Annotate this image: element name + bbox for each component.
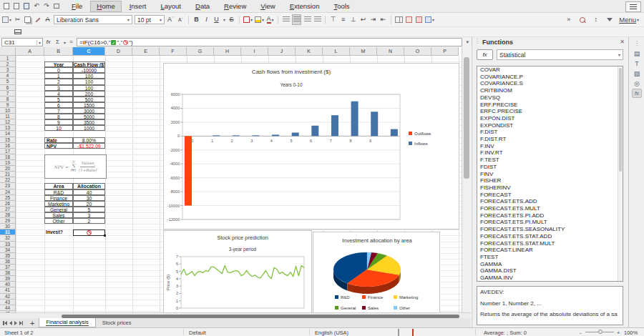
function-list-item[interactable]: FORECAST <box>477 192 623 199</box>
cell-B7[interactable]: 4 <box>44 91 73 97</box>
function-list[interactable]: COVARCOVARIANCE.PCOVARIANCE.SCRITBINOMDE… <box>477 66 623 282</box>
save-icon[interactable] <box>23 3 30 10</box>
row-header-34[interactable]: 34 <box>0 247 16 253</box>
cell-B25[interactable]: Finance <box>44 195 73 201</box>
number-format-decimal-icon[interactable]: ▾ <box>425 15 434 24</box>
row-header-36[interactable]: 36 <box>0 259 16 265</box>
row-header-10[interactable]: 10 <box>0 108 16 114</box>
function-list-item[interactable]: F.INV <box>477 143 623 150</box>
menu-button[interactable]: Menu ▾ <box>619 15 639 24</box>
function-list-item[interactable]: EXPONDIST <box>477 122 623 129</box>
menu-tab-view[interactable]: View <box>254 1 281 12</box>
menu-tab-insert[interactable]: Insert <box>123 1 153 12</box>
function-category-combo[interactable]: Statistical ▾ <box>497 49 623 60</box>
zoom-slider-knob[interactable] <box>598 330 602 334</box>
horizontal-scrollbar[interactable] <box>0 312 471 318</box>
row-header-6[interactable]: 6 <box>0 85 16 91</box>
cell-C26[interactable]: 20 <box>73 201 105 207</box>
zoom-percent[interactable]: 100% <box>624 330 638 336</box>
row-header-42[interactable]: 42 <box>0 294 16 300</box>
row-header-21[interactable]: 21 <box>0 172 16 177</box>
increase-indent-icon[interactable]: ⇥ <box>369 15 377 24</box>
underline-icon[interactable]: U <box>213 15 220 24</box>
cell-C2[interactable]: Cash Flow ($) <box>73 61 105 67</box>
invest-label-cell[interactable]: Invest? <box>44 229 73 235</box>
cell-C13[interactable]: 1000 <box>73 125 105 131</box>
cell-C25[interactable]: 30 <box>73 195 105 201</box>
font-name-combo[interactable]: Liberation Sans▾ <box>54 15 132 24</box>
function-list-item[interactable]: FDIST <box>477 164 623 171</box>
function-list-item[interactable]: DEVSQ <box>477 94 623 102</box>
cell-C12[interactable]: 3500 <box>73 119 105 125</box>
column-header-E[interactable]: E <box>132 47 160 56</box>
cell-B23[interactable]: Area <box>44 183 73 189</box>
cell-C6[interactable]: 100 <box>73 85 105 91</box>
sum-dropdown-icon[interactable]: ▾ <box>64 40 66 45</box>
row-header-5[interactable]: 5 <box>0 79 16 84</box>
wrap-text-icon[interactable]: ↩ <box>359 15 367 24</box>
column-header-D[interactable]: D <box>105 47 132 56</box>
function-list-item[interactable]: F.DIST <box>477 129 623 136</box>
next-sheet-icon[interactable] <box>14 321 17 325</box>
number-format-currency-icon[interactable] <box>405 15 413 24</box>
function-list-item[interactable]: FORECAST.ETS.STAT.ADD <box>477 233 623 240</box>
function-list-scrollbar[interactable] <box>618 66 623 281</box>
grow-font-icon[interactable]: Aʾ <box>167 15 175 24</box>
cell-B28[interactable]: Sales <box>44 212 73 218</box>
open-document-icon[interactable] <box>13 3 20 10</box>
column-header-J[interactable]: J <box>268 47 296 56</box>
column-header-K[interactable]: K <box>296 47 323 56</box>
column-header-M[interactable]: M <box>350 47 377 56</box>
column-header-G[interactable]: G <box>187 47 214 56</box>
spreadsheet-grid[interactable]: ABCDEFGHIJKLMNOP123456789101112131415161… <box>0 47 462 312</box>
sidebar-navigator-icon[interactable]: ◎ <box>632 79 642 88</box>
column-header-L[interactable]: L <box>323 47 350 56</box>
column-header-P[interactable]: P <box>431 47 459 56</box>
row-header-37[interactable]: 37 <box>0 265 16 270</box>
row-header-26[interactable]: 26 <box>0 201 16 207</box>
column-header-I[interactable]: I <box>241 47 268 56</box>
function-list-item[interactable]: F.INV.RT <box>477 149 623 157</box>
row-header-38[interactable]: 38 <box>0 270 16 276</box>
strikethrough-icon[interactable]: S <box>228 15 235 24</box>
function-list-item[interactable]: FORECAST.ETS.ADD <box>477 198 623 205</box>
undo-icon[interactable]: ↶ <box>33 3 40 10</box>
insert-function-button[interactable]: fx <box>477 49 493 60</box>
align-bottom-icon[interactable]: ⊥ <box>349 15 357 24</box>
clear-formatting-icon[interactable]: A <box>44 15 52 24</box>
cell-C8[interactable]: 500 <box>73 97 105 102</box>
row-header-16[interactable]: 16 <box>0 143 16 149</box>
previous-sheet-icon[interactable] <box>9 321 12 325</box>
add-sheet-icon[interactable]: + <box>26 318 39 327</box>
font-size-combo[interactable]: 10 pt▾ <box>135 15 165 24</box>
function-list-item[interactable]: FINV <box>477 171 623 178</box>
sidebar-gallery-icon[interactable]: ▨ <box>632 69 642 78</box>
menu-tab-review[interactable]: Review <box>218 1 253 12</box>
column-header-B[interactable]: B <box>44 47 73 56</box>
row-header-1[interactable]: 1 <box>0 56 16 61</box>
menu-tab-layout[interactable]: Layout <box>154 1 187 12</box>
document-modified-icon[interactable] <box>412 330 414 336</box>
cell-B9[interactable]: 6 <box>44 102 73 108</box>
cell-B24[interactable]: R&D <box>44 189 73 195</box>
row-header-12[interactable]: 12 <box>0 119 16 125</box>
row-header-9[interactable]: 9 <box>0 102 16 108</box>
underline-dropdown-icon[interactable]: ▾ <box>223 17 225 22</box>
row-header-17[interactable]: 17 <box>0 149 16 154</box>
row-header-14[interactable]: 14 <box>0 131 16 137</box>
function-list-item[interactable]: EXPON.DIST <box>477 115 623 122</box>
function-list-item[interactable]: FISHER <box>477 177 623 184</box>
cell-C5[interactable]: 100 <box>73 79 105 84</box>
column-header-F[interactable]: F <box>160 47 187 56</box>
function-wizard-icon[interactable]: fx <box>44 38 52 47</box>
first-sheet-icon[interactable] <box>3 321 7 325</box>
font-color-icon[interactable]: A▾ <box>266 15 274 24</box>
row-header-33[interactable]: 33 <box>0 242 16 247</box>
function-list-item[interactable]: COVARIANCE.S <box>477 80 623 87</box>
copy-icon[interactable] <box>24 15 31 24</box>
cell-C27[interactable]: 5 <box>73 207 105 212</box>
last-sheet-icon[interactable] <box>19 321 24 325</box>
select-sum-icon[interactable]: Σ <box>54 38 62 47</box>
column-header-H[interactable]: H <box>214 47 241 56</box>
function-list-item[interactable]: FORECAST.ETS.PI.ADD <box>477 212 623 219</box>
